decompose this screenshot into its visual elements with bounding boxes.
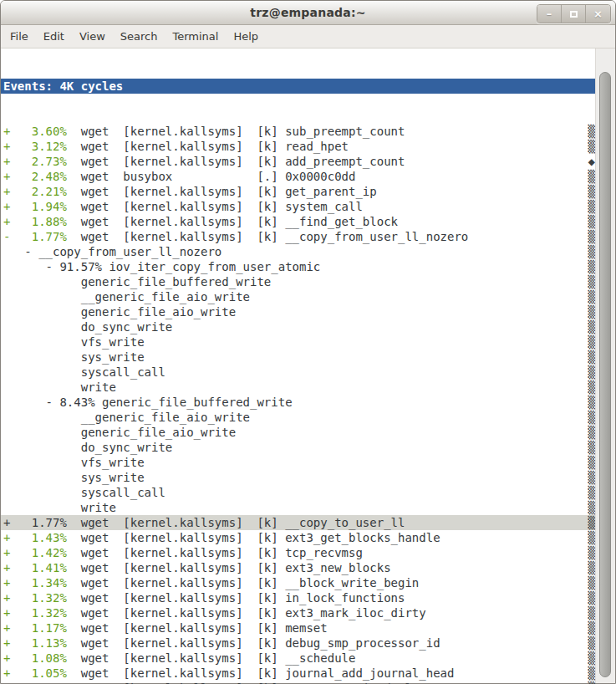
window-title: trz@empanada:~ (250, 6, 365, 19)
tui-scroll-track-icon: ▒ (588, 365, 595, 379)
tui-scroll-track-icon: ▒ (588, 636, 595, 650)
tui-scroll-track-icon: ▒ (588, 290, 595, 304)
perf-tui: Events: 4K cycles + 3.60% wget [kernel.k… (1, 48, 595, 683)
terminal-window: trz@empanada:~ – × FileEditViewSearchTer… (0, 0, 616, 684)
tui-scroll-track-icon: ▒ (588, 230, 595, 243)
perf-row[interactable]: vfs_write ▒ (1, 455, 595, 470)
perf-row[interactable]: + 1.05% wget [kernel.kallsyms] [k] journ… (1, 666, 595, 681)
perf-row[interactable]: + 2.73% wget [kernel.kallsyms] [k] add_p… (1, 154, 595, 169)
tui-scroll-track-icon: ▒ (588, 275, 595, 288)
perf-row[interactable]: + 2.48% wget busybox [.] 0x0000c0dd ▒ (1, 169, 595, 184)
perf-row[interactable]: generic_file_aio_write ▒ (1, 425, 595, 440)
perf-row[interactable]: write ▒ (1, 380, 595, 395)
tui-scroll-track-icon: ▒ (588, 200, 595, 213)
tui-scroll-track-icon: ▒ (588, 591, 595, 605)
tui-scroll-track-icon: ▒ (588, 170, 595, 183)
tui-scroll-track-icon: ▒ (588, 531, 595, 544)
perf-row[interactable]: - 1.77% wget [kernel.kallsyms] [k] __cop… (1, 229, 595, 244)
menu-item-file[interactable]: File (3, 26, 36, 47)
terminal-scrollbar[interactable] (595, 48, 615, 683)
tui-scroll-track-icon: ▒ (588, 561, 595, 574)
tui-scroll-track-icon: ▒ (588, 471, 595, 484)
tui-scroll-track-icon: ▒ (588, 651, 595, 665)
tui-scroll-track-icon: ▒ (588, 501, 595, 514)
tui-scroll-track-icon: ▒ (588, 245, 595, 258)
tui-scroll-thumb-icon: ◆ (588, 155, 595, 168)
tui-scroll-track-icon: ▒ (588, 546, 595, 559)
perf-row[interactable]: __generic_file_aio_write ▒ (1, 289, 595, 304)
perf-row[interactable]: + 1.94% wget [kernel.kallsyms] [k] syste… (1, 199, 595, 214)
perf-events-header: Events: 4K cycles (1, 79, 595, 94)
perf-row[interactable]: - 8.43% generic_file_buffered_write ▒ (1, 395, 595, 410)
tui-scroll-track-icon: ▒ (588, 215, 595, 228)
tui-scroll-track-icon: ▒ (588, 426, 595, 439)
titlebar[interactable]: trz@empanada:~ – × (1, 1, 615, 25)
perf-row[interactable]: vfs_write ▒ (1, 334, 595, 350)
tui-scroll-track-icon: ▒ (588, 185, 595, 198)
perf-row[interactable]: + 1.08% wget [kernel.kallsyms] [k] __sch… (1, 651, 595, 666)
close-icon: × (593, 8, 603, 20)
tui-scroll-track-icon: ▒ (588, 335, 595, 349)
window-controls: – × (537, 4, 611, 23)
perf-row[interactable]: + 1.34% wget [kernel.kallsyms] [k] __blo… (1, 575, 595, 590)
tui-scroll-track-icon: ▒ (588, 350, 595, 364)
perf-row[interactable]: + 2.21% wget [kernel.kallsyms] [k] get_p… (1, 184, 595, 199)
menu-item-search[interactable]: Search (113, 26, 165, 47)
perf-row[interactable]: generic_file_aio_write ▒ (1, 304, 595, 319)
perf-row[interactable]: + 1.42% wget [kernel.kallsyms] [k] tcp_r… (1, 545, 595, 560)
tui-scroll-track-icon: ▒ (588, 456, 595, 469)
perf-row[interactable]: __generic_file_aio_write ▒ (1, 410, 595, 425)
perf-row[interactable]: + 1.32% wget [kernel.kallsyms] [k] ext3_… (1, 605, 595, 620)
tui-scroll-track-icon: ▒ (588, 380, 595, 394)
terminal-scrollbar-thumb[interactable] (599, 72, 611, 677)
perf-row[interactable]: + 1.88% wget [kernel.kallsyms] [k] __fin… (1, 214, 595, 229)
menu-item-view[interactable]: View (72, 26, 113, 47)
perf-row[interactable]: + 1.41% wget [kernel.kallsyms] [k] ext3_… (1, 560, 595, 575)
perf-row[interactable]: generic_file_buffered_write ▒ (1, 274, 595, 289)
menubar: FileEditViewSearchTerminalHelp (1, 25, 615, 48)
tui-scroll-track-icon: ▒ (588, 516, 595, 529)
tui-scroll-track-icon: ▒ (588, 320, 595, 334)
perf-row[interactable]: do_sync_write ▒ (1, 440, 595, 455)
perf-row[interactable]: sys_write ▒ (1, 470, 595, 485)
tui-scroll-track-icon: ▒ (588, 411, 595, 424)
tui-scroll-track-icon: ▒ (588, 606, 595, 620)
tui-scroll-track-icon: ▒ (588, 666, 595, 680)
perf-row[interactable]: + 1.13% wget [kernel.kallsyms] [k] debug… (1, 636, 595, 651)
perf-row[interactable]: + 1.17% wget [kernel.kallsyms] [k] memse… (1, 620, 595, 636)
minimize-button[interactable]: – (537, 5, 562, 23)
menu-item-terminal[interactable]: Terminal (165, 26, 226, 47)
tui-scroll-track-icon: ▒ (588, 140, 595, 153)
close-button[interactable]: × (586, 5, 610, 23)
perf-row[interactable]: + 3.12% wget [kernel.kallsyms] [k] read_… (1, 139, 595, 154)
perf-row[interactable]: - 91.57% iov_iter_copy_from_user_atomic … (1, 259, 595, 274)
terminal-rows: + 3.60% wget [kernel.kallsyms] [k] sub_p… (1, 124, 595, 684)
menu-item-help[interactable]: Help (226, 26, 266, 47)
perf-row[interactable]: + 1.32% wget [kernel.kallsyms] [k] in_lo… (1, 590, 595, 605)
perf-row[interactable]: + 1.43% wget [kernel.kallsyms] [k] ext3_… (1, 530, 595, 545)
terminal-content: Events: 4K cycles + 3.60% wget [kernel.k… (1, 48, 615, 683)
perf-row[interactable]: - __copy_from_user_ll_nozero ▒ (1, 244, 595, 259)
tui-scroll-track-icon: ▒ (588, 396, 595, 409)
tui-scroll-track-icon: ▒ (588, 305, 595, 319)
tui-scroll-track-icon: ▒ (588, 576, 595, 590)
tui-scroll-track-icon: ▒ (588, 486, 595, 499)
perf-row[interactable]: + 3.60% wget [kernel.kallsyms] [k] sub_p… (1, 124, 595, 139)
perf-row[interactable]: write ▒ (1, 500, 595, 515)
perf-row[interactable]: sys_write ▒ (1, 350, 595, 365)
maximize-icon (570, 11, 578, 18)
menu-item-edit[interactable]: Edit (36, 26, 72, 47)
tui-scroll-track-icon: ▒ (588, 621, 595, 635)
tui-scroll-track-icon: ▒ (588, 441, 595, 454)
perf-row-selected[interactable]: + 1.77% wget [kernel.kallsyms] [k] __cop… (1, 515, 595, 530)
perf-row[interactable]: syscall_call ▒ (1, 485, 595, 500)
tui-scroll-track-icon: ▒ (588, 125, 595, 138)
perf-row[interactable]: syscall_call ▒ (1, 365, 595, 380)
maximize-button[interactable] (562, 5, 586, 23)
minimize-icon: – (547, 8, 552, 20)
perf-row[interactable]: do_sync_write ▒ (1, 319, 595, 334)
tui-scroll-track-icon: ▒ (588, 260, 595, 273)
perf-row[interactable]: + 0.92% wget [kernel.kallsyms] [k] __ext… (1, 681, 595, 684)
